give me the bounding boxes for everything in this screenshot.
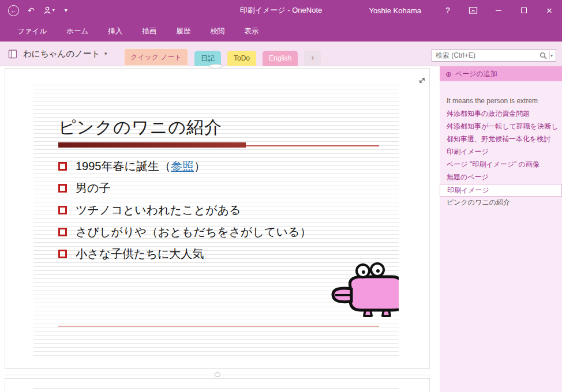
page-canvas-area: ピンクのワニの紹介 1995年春に誕生（参照） 男の子 <box>0 66 440 392</box>
add-section-icon: + <box>310 54 314 62</box>
page-list-item[interactable]: 無題のページ <box>440 171 562 184</box>
printout-page-1[interactable]: ピンクのワニの紹介 1995年春に誕生（参照） 男の子 <box>5 68 430 369</box>
bullet-text: さびしがりや（おともだちをさがしている） <box>76 224 311 240</box>
search-button[interactable] <box>537 52 549 59</box>
ribbon-tab-view[interactable]: 表示 <box>234 21 268 42</box>
help-button[interactable]: ? <box>435 0 460 21</box>
page-list-item[interactable]: 印刷イメージ <box>440 146 562 159</box>
add-page-plus-icon: ⊕ <box>445 70 452 78</box>
page-list-item[interactable]: 舛添都知事が一転して辞職を決断し <box>440 120 562 133</box>
window-title: 印刷イメージ - OneNote <box>240 0 323 21</box>
ribbon-tab-review[interactable]: 校閲 <box>200 21 234 42</box>
bullet-text: 1995年春に誕生（参照） <box>76 159 205 174</box>
notebook-dropdown-icon: ▼ <box>103 51 108 56</box>
back-icon: ← <box>8 5 19 16</box>
ribbon-tab-bar: ファイル ホーム 挿入 描画 履歴 校閲 表示 <box>0 21 562 42</box>
search-box: ▾ <box>432 49 556 62</box>
section-tab-label: 日記 <box>201 54 215 63</box>
bullet-text: ツチノコといわれたことがある <box>76 202 241 218</box>
checkbox-bullet-icon <box>58 206 67 214</box>
page-list-item[interactable]: ページ "印刷イメージ" の画像 <box>440 159 562 171</box>
undo-icon: ↶ <box>28 6 35 14</box>
ribbon-tab-insert[interactable]: 挿入 <box>98 21 132 42</box>
minimize-icon <box>496 10 501 11</box>
page-break-handle-top[interactable] <box>209 64 223 69</box>
person-dropdown-icon: ▾ <box>53 8 55 13</box>
slide-print-image: ピンクのワニの紹介 1995年春に誕生（参照） 男の子 <box>33 81 399 358</box>
title-underline-thick <box>58 142 246 148</box>
section-tab-label: English <box>269 54 291 62</box>
page-list-item[interactable]: 舛添都知事の政治資金問題 <box>440 108 562 120</box>
expand-page-button[interactable] <box>417 76 426 85</box>
search-icon <box>539 52 547 59</box>
page-list-item-selected[interactable]: 印刷イメージ <box>440 184 562 197</box>
notebook-selector[interactable]: わにちゃんのノート ▼ <box>7 42 108 66</box>
close-button[interactable]: × <box>537 0 562 21</box>
next-page-rule-line <box>33 388 399 389</box>
help-icon: ? <box>445 6 450 15</box>
bullet-list: 1995年春に誕生（参照） 男の子 ツチノコといわれたことがある さび <box>58 155 311 265</box>
pink-crocodile-drawing <box>331 262 399 318</box>
search-scope-dropdown[interactable]: ▾ <box>550 53 556 58</box>
page-list: It means the person is extrem 舛添都知事の政治資金… <box>440 95 562 209</box>
section-tabs: クイック ノート 日記 ToDo English + <box>124 48 321 66</box>
page-list-sidebar: ⊕ ページの追加 It means the person is extrem 舛… <box>440 66 562 392</box>
bullet-row: 1995年春に誕生（参照） <box>58 155 311 177</box>
main-area: ピンクのワニの紹介 1995年春に誕生（参照） 男の子 <box>0 66 562 392</box>
page-break-divider <box>5 372 430 377</box>
add-page-label: ページの追加 <box>455 69 497 79</box>
maximize-button[interactable] <box>511 0 537 21</box>
quick-access-toolbar: ← ↶ ▾ ▾ <box>8 0 68 21</box>
checkbox-bullet-icon <box>58 250 67 258</box>
slide-footer-line <box>58 326 379 327</box>
add-page-button[interactable]: ⊕ ページの追加 <box>440 66 562 81</box>
sync-people-button[interactable]: ▾ <box>43 6 55 14</box>
bullet-row: ツチノコといわれたことがある <box>58 199 311 221</box>
page-list-item[interactable]: ピンクのワニの紹介 <box>440 197 562 209</box>
person-icon <box>43 6 51 14</box>
back-button[interactable]: ← <box>8 5 19 16</box>
titlebar-right: Yoshie Kohama ? × <box>369 0 562 21</box>
minimize-button[interactable] <box>486 0 511 21</box>
checkbox-bullet-icon <box>58 184 67 193</box>
page-list-item[interactable]: 都知事選、野党候補一本化を検討 <box>440 133 562 146</box>
ribbon-display-options-icon <box>469 6 478 15</box>
maximize-icon <box>521 7 527 13</box>
expand-diagonal-icon <box>418 77 426 84</box>
onenote-window: ← ↶ ▾ ▾ 印刷イメージ - OneNote Yoshie Kohama ? <box>0 0 562 392</box>
undo-button[interactable]: ↶ <box>28 6 35 14</box>
bullet-text: 小さな子供たちに大人気 <box>76 246 204 262</box>
notebook-name: わにちゃんのノート <box>23 48 100 59</box>
search-input[interactable] <box>432 51 537 59</box>
page-break-handle[interactable] <box>215 372 220 377</box>
page-list-item[interactable]: It means the person is extrem <box>440 95 562 108</box>
notebook-icon <box>7 49 18 59</box>
ribbon-tab-history[interactable]: 履歴 <box>166 21 200 42</box>
ribbon-tab-draw[interactable]: 描画 <box>132 21 166 42</box>
search-controls: ▾ <box>537 50 556 61</box>
add-section-tab[interactable]: + <box>304 51 321 66</box>
notebook-bar: わにちゃんのノート ▼ クイック ノート 日記 ToDo English + <box>0 42 562 66</box>
bullet-row: 男の子 <box>58 177 311 199</box>
slide-title: ピンクのワニの紹介 <box>58 116 222 140</box>
close-icon: × <box>546 6 552 16</box>
chevron-down-icon: ▾ <box>65 7 68 13</box>
ribbon-tab-file[interactable]: ファイル <box>8 21 57 42</box>
account-name[interactable]: Yoshie Kohama <box>369 6 421 15</box>
section-tab-todo[interactable]: ToDo <box>227 51 256 66</box>
bullet-text: 男の子 <box>76 180 110 196</box>
section-tab-quick-notes[interactable]: クイック ノート <box>124 48 188 66</box>
reference-link[interactable]: 参照 <box>171 160 194 172</box>
checkbox-bullet-icon <box>58 228 67 236</box>
bullet-row: 小さな子供たちに大人気 <box>58 243 311 265</box>
printout-page-2[interactable] <box>5 378 430 392</box>
section-tab-label: クイック ノート <box>130 52 182 62</box>
bullet-row: さびしがりや（おともだちをさがしている） <box>58 221 311 243</box>
section-tab-label: ToDo <box>234 54 250 62</box>
section-tab-english[interactable]: English <box>263 51 298 66</box>
titlebar: ← ↶ ▾ ▾ 印刷イメージ - OneNote Yoshie Kohama ? <box>0 0 562 21</box>
checkbox-bullet-icon <box>58 162 67 171</box>
ribbon-display-options-button[interactable] <box>460 0 486 21</box>
ribbon-tab-home[interactable]: ホーム <box>57 21 98 42</box>
customize-qat-button[interactable]: ▾ <box>63 7 68 13</box>
